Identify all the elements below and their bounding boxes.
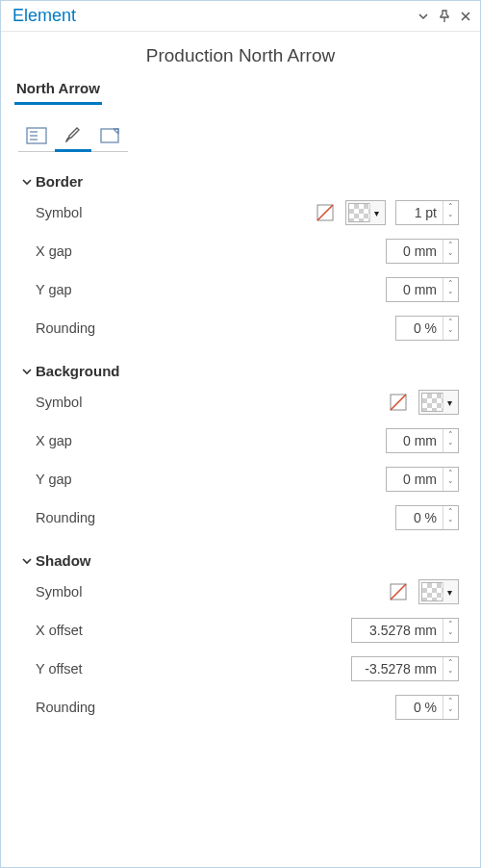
spin-down[interactable]: ˅ xyxy=(443,441,458,452)
spin-up[interactable]: ˄ xyxy=(443,619,458,630)
element-name: Production North Arrow xyxy=(1,45,480,66)
chevron-down-icon xyxy=(22,177,32,187)
mode-display-button[interactable] xyxy=(55,119,91,152)
background-symbol-row: Symbol ▾ xyxy=(22,383,459,421)
border-symbol-picker[interactable]: ▾ xyxy=(345,200,386,225)
panel-title: Element xyxy=(13,6,76,26)
no-color-icon xyxy=(389,393,408,412)
spin-up[interactable]: ˄ xyxy=(443,278,458,290)
shadow-xoffset-row: X offset ˄˅ xyxy=(22,611,459,650)
shadow-symbol-row: Symbol ▾ xyxy=(22,573,459,611)
section-shadow-title: Shadow xyxy=(36,552,91,569)
spin-up[interactable]: ˄ xyxy=(443,317,458,328)
display-mode-toolbar xyxy=(1,106,480,152)
background-xgap-input[interactable] xyxy=(387,429,443,452)
shadow-yoffset-row: Y offset ˄˅ xyxy=(22,650,459,688)
close-icon xyxy=(460,11,471,22)
shadow-yoffset-input[interactable] xyxy=(352,657,443,680)
spin-down[interactable]: ˅ xyxy=(443,251,458,263)
spin-up[interactable]: ˄ xyxy=(443,201,458,213)
pin-icon xyxy=(439,10,450,23)
options-menu-button[interactable] xyxy=(415,8,432,25)
section-background-title: Background xyxy=(36,363,120,379)
border-ygap-input[interactable] xyxy=(387,278,443,301)
shadow-rounding-row: Rounding ˄˅ xyxy=(22,688,459,727)
spin-down[interactable]: ˅ xyxy=(443,707,458,719)
border-size-input[interactable] xyxy=(396,201,443,224)
section-border-title: Border xyxy=(36,173,83,190)
properties-icon xyxy=(26,126,47,145)
shadow-no-color-button[interactable] xyxy=(388,581,409,602)
mode-placement-button[interactable] xyxy=(91,119,128,152)
section-background-header[interactable]: Background xyxy=(20,363,459,379)
border-rounding-spinner[interactable]: ˄˅ xyxy=(395,316,459,341)
border-rounding-input[interactable] xyxy=(396,317,443,340)
spin-down[interactable]: ˅ xyxy=(443,290,458,301)
border-size-spinner[interactable]: ˄˅ xyxy=(395,200,459,225)
background-symbol-label: Symbol xyxy=(36,395,388,410)
spin-down[interactable]: ˅ xyxy=(443,328,458,340)
section-shadow-header[interactable]: Shadow xyxy=(20,552,459,569)
border-xgap-spinner[interactable]: ˄˅ xyxy=(386,239,459,264)
svg-line-8 xyxy=(391,395,406,410)
background-xgap-label: X gap xyxy=(36,433,386,448)
spin-down[interactable]: ˅ xyxy=(443,630,458,642)
border-symbol-label: Symbol xyxy=(36,205,315,220)
background-no-color-button[interactable] xyxy=(388,392,409,413)
shadow-xoffset-input[interactable] xyxy=(352,619,443,642)
border-no-color-button[interactable] xyxy=(315,202,336,223)
spin-up[interactable]: ˄ xyxy=(443,429,458,441)
border-xgap-input[interactable] xyxy=(387,240,443,263)
svg-line-10 xyxy=(391,584,406,600)
shadow-rounding-spinner[interactable]: ˄˅ xyxy=(395,695,459,720)
spin-up[interactable]: ˄ xyxy=(443,468,458,479)
background-ygap-input[interactable] xyxy=(387,468,443,491)
background-rounding-input[interactable] xyxy=(396,506,443,529)
background-ygap-label: Y gap xyxy=(36,472,386,487)
border-ygap-label: Y gap xyxy=(36,282,386,297)
close-button[interactable] xyxy=(457,8,474,25)
border-rounding-row: Rounding ˄˅ xyxy=(22,309,459,347)
pin-button[interactable] xyxy=(436,8,453,25)
spin-down[interactable]: ˅ xyxy=(443,479,458,491)
background-ygap-row: Y gap ˄˅ xyxy=(22,460,459,498)
background-symbol-picker[interactable]: ▾ xyxy=(418,390,459,415)
spin-down[interactable]: ˅ xyxy=(443,518,458,529)
spin-up[interactable]: ˄ xyxy=(443,240,458,251)
frame-icon xyxy=(99,126,120,145)
background-rounding-label: Rounding xyxy=(36,510,395,525)
spin-up[interactable]: ˄ xyxy=(443,506,458,518)
shadow-symbol-label: Symbol xyxy=(36,584,388,600)
svg-line-6 xyxy=(317,205,333,220)
no-color-icon xyxy=(316,203,335,222)
border-ygap-spinner[interactable]: ˄˅ xyxy=(386,277,459,302)
checker-swatch-icon xyxy=(421,393,443,412)
border-ygap-row: Y gap ˄˅ xyxy=(22,270,459,309)
background-rounding-row: Rounding ˄˅ xyxy=(22,498,459,537)
mode-properties-button[interactable] xyxy=(18,119,55,152)
spin-down[interactable]: ˅ xyxy=(443,669,458,680)
brush-icon xyxy=(63,124,84,145)
spin-up[interactable]: ˄ xyxy=(443,696,458,707)
border-symbol-row: Symbol ▾ ˄˅ xyxy=(22,193,459,232)
background-ygap-spinner[interactable]: ˄˅ xyxy=(386,467,459,492)
shadow-yoffset-label: Y offset xyxy=(36,661,351,677)
border-xgap-row: X gap ˄˅ xyxy=(22,232,459,270)
spin-up[interactable]: ˄ xyxy=(443,657,458,669)
dropdown-arrow-icon: ▾ xyxy=(443,582,456,601)
dropdown-arrow-icon: ▾ xyxy=(443,393,456,412)
content: Border Symbol ▾ ˄˅ X gap ˄˅ Y g xyxy=(1,152,480,727)
shadow-xoffset-spinner[interactable]: ˄˅ xyxy=(351,618,459,643)
chevron-down-icon xyxy=(418,11,429,22)
shadow-rounding-input[interactable] xyxy=(396,696,443,719)
background-rounding-spinner[interactable]: ˄˅ xyxy=(395,505,459,530)
chevron-down-icon xyxy=(22,367,32,376)
spin-down[interactable]: ˅ xyxy=(443,213,458,224)
section-border-header[interactable]: Border xyxy=(20,173,459,190)
shadow-symbol-picker[interactable]: ▾ xyxy=(418,579,459,604)
tab-north-arrow[interactable]: North Arrow xyxy=(14,76,102,105)
checker-swatch-icon xyxy=(348,203,369,222)
background-xgap-spinner[interactable]: ˄˅ xyxy=(386,428,459,453)
shadow-yoffset-spinner[interactable]: ˄˅ xyxy=(351,656,459,681)
shadow-xoffset-label: X offset xyxy=(36,623,351,638)
